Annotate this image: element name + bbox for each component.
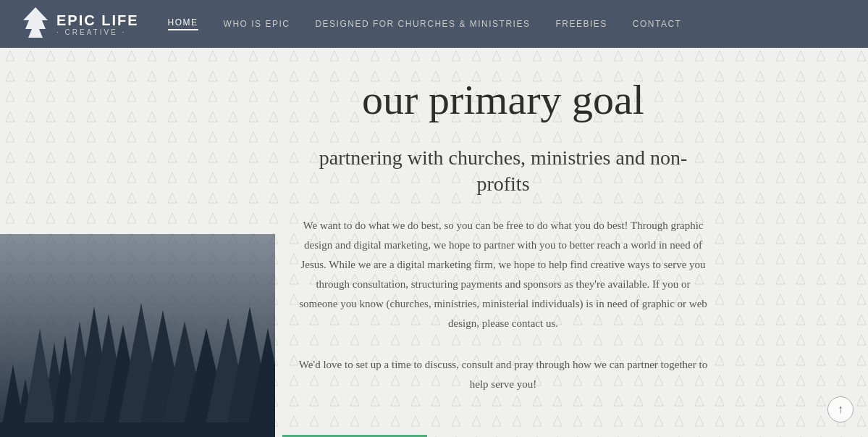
nav-home[interactable]: HOME <box>168 17 198 30</box>
body-text: We want to do what we do best, so you ca… <box>297 216 709 333</box>
nav-contact[interactable]: CONTACT <box>633 19 682 29</box>
main-section: our primary goal partnering with churche… <box>0 48 868 437</box>
logo-title: EPIC LIFE <box>56 12 139 28</box>
nav-freebies[interactable]: FREEBIES <box>555 19 607 29</box>
scroll-to-top-button[interactable]: ↑ <box>827 396 854 423</box>
nav-who-is-epic[interactable]: WHO IS EPIC <box>224 19 290 29</box>
main-nav: HOME WHO IS EPIC DESIGNED FOR CHURCHES &… <box>168 17 682 30</box>
logo-subtitle: · CREATIVE · <box>56 28 126 36</box>
nav-designed-for[interactable]: DESIGNED FOR CHURCHES & MINISTRIES <box>315 19 530 29</box>
main-content-column: our primary goal partnering with churche… <box>282 48 753 437</box>
main-heading: our primary goal <box>297 77 709 123</box>
logo-text-area: EPIC LIFE · CREATIVE · <box>56 12 139 36</box>
logo[interactable]: EPIC LIFE · CREATIVE · <box>22 6 139 42</box>
site-header: EPIC LIFE · CREATIVE · HOME WHO IS EPIC … <box>0 0 868 48</box>
sub-heading: partnering with churches, ministries and… <box>297 145 709 198</box>
forest-image <box>0 234 275 437</box>
cta-text: We'd love to set up a time to discuss, c… <box>297 355 709 394</box>
svg-rect-21 <box>0 423 275 437</box>
chevron-up-icon: ↑ <box>838 403 843 416</box>
svg-marker-0 <box>23 7 48 38</box>
tree-icon <box>22 6 49 42</box>
